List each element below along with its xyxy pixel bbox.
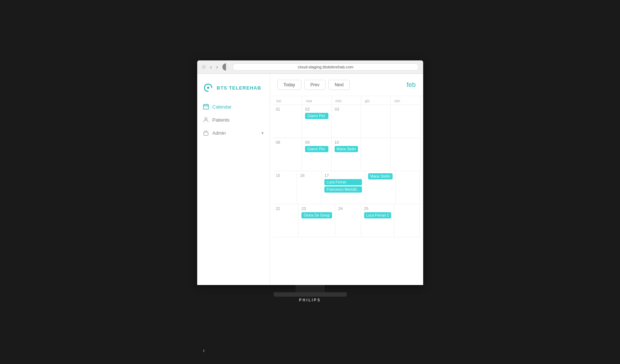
day-number: 02 <box>305 107 328 111</box>
monitor-stand <box>296 285 325 292</box>
header-gio: gio <box>361 96 391 104</box>
logo-icon <box>203 83 213 93</box>
day-cell-09[interactable]: 09 Gianni Pini <box>302 138 332 171</box>
day-cell-17[interactable]: 17 Luca Ferrari Francesco Mariotti... <box>321 171 365 204</box>
event-gloria-w4[interactable]: Gloria De Giorgi <box>301 212 332 218</box>
event-luca-ferrari2-w4[interactable]: Luca Ferrari 2 <box>364 212 391 218</box>
sidebar-item-admin[interactable]: Admin ▾ <box>197 126 270 139</box>
day-cell-25[interactable]: 25 Luca Ferrari 2 <box>361 204 394 237</box>
header-mar: mar <box>302 96 332 104</box>
day-cell-16: 16 <box>297 171 321 204</box>
calendar-label: Calendar <box>212 104 232 110</box>
day-number: 08 <box>276 140 299 145</box>
week-row-3: 15 16 17 Luca Ferrari Francesco Mariotti… <box>273 171 420 204</box>
day-cell-w1-5 <box>391 105 420 138</box>
monitor-brand-label: PHILIPS <box>298 297 323 304</box>
url-text: cloud-staging.btstelerehab.com <box>298 65 354 69</box>
day-number: 01 <box>276 107 299 111</box>
day-number: 17 <box>324 173 362 178</box>
event-maria-stelin-w2[interactable]: Maria Stelin <box>335 146 358 152</box>
address-bar[interactable]: cloud-staging.btstelerehab.com <box>233 63 419 71</box>
day-number: 16 <box>300 173 318 178</box>
main-content: Today Prev Next feb lun mar mer gio ven <box>270 74 423 285</box>
calendar-header: Today Prev Next feb <box>270 74 423 96</box>
back-button[interactable]: ‹ <box>209 63 214 71</box>
day-cell-02[interactable]: 02 Gianni Pini <box>302 105 332 138</box>
nav-arrows: ‹ › <box>209 63 219 71</box>
app-container: BTS TELEREHAB Calendar <box>197 74 423 285</box>
event-maria-stellin-w3[interactable]: Maria Stellin <box>368 173 393 179</box>
day-cell-01: 01 <box>273 105 303 138</box>
day-number: 03 <box>335 107 358 111</box>
forward-button[interactable]: › <box>215 63 219 71</box>
day-cell-08: 08 <box>273 138 303 171</box>
event-gianni-pini-w1[interactable]: Gianni Pini <box>305 113 328 119</box>
day-cell-w3-4[interactable]: Maria Stellin <box>365 171 396 204</box>
svg-point-5 <box>205 118 207 120</box>
event-gianni-pini-w2[interactable]: Gianni Pini <box>305 146 328 152</box>
patients-icon <box>203 117 209 123</box>
calendar-icon <box>203 104 209 110</box>
prev-button[interactable]: Prev <box>304 80 326 90</box>
sidebar: BTS TELEREHAB Calendar <box>197 74 270 285</box>
svg-point-0 <box>207 87 209 89</box>
day-cell-w1-4 <box>361 105 391 138</box>
day-cell-w2-5 <box>391 138 420 171</box>
day-cell-w4-5 <box>394 204 420 237</box>
day-number: 24 <box>338 206 358 211</box>
day-number: 09 <box>305 140 328 145</box>
svg-rect-1 <box>203 104 208 109</box>
next-button[interactable]: Next <box>328 80 350 90</box>
admin-chevron: ▾ <box>261 130 264 136</box>
patients-label: Patients <box>212 117 230 123</box>
svg-rect-6 <box>204 132 208 135</box>
browser-controls <box>202 65 206 69</box>
event-luca-ferrari-w3[interactable]: Luca Ferrari <box>324 179 362 185</box>
admin-left: Admin <box>203 130 226 136</box>
day-number: 25 <box>364 206 391 211</box>
browser-btn-1[interactable] <box>202 65 206 69</box>
day-number: 23 <box>301 206 332 211</box>
day-number: 15 <box>276 173 294 178</box>
day-number: 10 <box>335 140 358 145</box>
day-cell-w2-4 <box>361 138 391 171</box>
monitor-base <box>274 292 347 297</box>
header-mer: mer <box>332 96 361 104</box>
week-row-2: 08 09 Gianni Pini 10 Maria Stelin <box>273 138 420 171</box>
logo-area: BTS TELEREHAB <box>197 80 270 100</box>
day-cell-03: 03 <box>332 105 361 138</box>
day-cell-15: 15 <box>273 171 297 204</box>
day-cell-22: 22 <box>273 204 299 237</box>
event-francesco-w3[interactable]: Francesco Mariotti... <box>324 186 362 193</box>
admin-label: Admin <box>212 130 226 136</box>
monitor-wrapper: ‹ › cloud-staging.btstelerehab.com BTS T… <box>197 60 423 304</box>
day-number: 22 <box>276 206 296 211</box>
header-lun: lun <box>273 96 303 104</box>
sidebar-item-patients[interactable]: Patients <box>197 113 270 126</box>
day-cell-10[interactable]: 10 Maria Stelin <box>332 138 362 171</box>
week-row-1: 01 02 Gianni Pini 03 <box>273 105 420 138</box>
sidebar-item-calendar[interactable]: Calendar <box>197 100 270 113</box>
day-cell-23[interactable]: 23 Gloria De Giorgi <box>299 204 335 237</box>
logo-text: BTS TELEREHAB <box>217 85 261 91</box>
theme-toggle[interactable] <box>222 63 230 71</box>
browser-window: ‹ › cloud-staging.btstelerehab.com BTS T… <box>197 60 423 285</box>
week-row-4: 22 23 Gloria De Giorgi 24 25 Luca Ferrar… <box>273 204 420 237</box>
day-cell-24: 24 <box>335 204 361 237</box>
day-headers: lun mar mer gio ven <box>273 96 420 105</box>
month-label: feb <box>406 81 416 89</box>
header-ven: ven <box>391 96 420 104</box>
today-button[interactable]: Today <box>277 80 301 90</box>
day-cell-w3-5 <box>396 171 420 204</box>
browser-chrome: ‹ › cloud-staging.btstelerehab.com <box>197 60 423 74</box>
admin-icon <box>203 130 209 136</box>
calendar-grid: lun mar mer gio ven 01 02 Gianni Pini <box>270 96 423 237</box>
